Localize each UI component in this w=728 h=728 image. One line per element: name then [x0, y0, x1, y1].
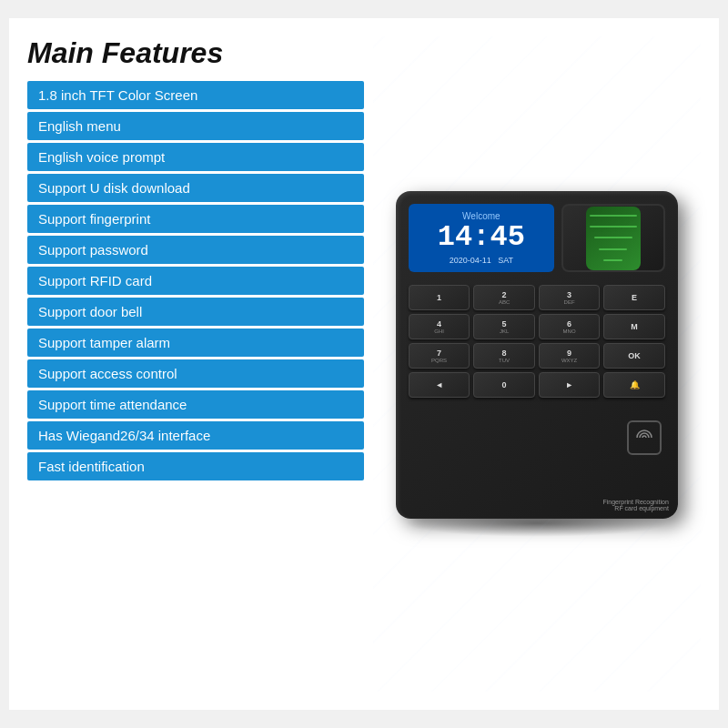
- key-8[interactable]: 7PQRS: [409, 343, 470, 369]
- device-top: Welcome 14:45 2020-04-11 SAT: [409, 204, 665, 272]
- key-9[interactable]: 8TUV: [473, 343, 535, 369]
- key-13[interactable]: 0: [473, 372, 535, 398]
- key-6[interactable]: 6MNO: [539, 314, 601, 339]
- rfid-icon: [634, 428, 654, 448]
- key-15[interactable]: 🔔: [603, 372, 665, 398]
- feature-item-4: Support fingerprint: [27, 205, 364, 233]
- key-7[interactable]: M: [603, 314, 665, 339]
- feature-item-0: 1.8 inch TFT Color Screen: [27, 81, 364, 109]
- key-2[interactable]: 3DEF: [539, 285, 601, 310]
- page-title: Main Features: [27, 36, 364, 70]
- feature-item-10: Support time attendance: [27, 390, 364, 419]
- feature-item-2: English voice prompt: [27, 143, 364, 171]
- fingerprint-lines: [586, 207, 641, 270]
- key-1[interactable]: 2ABC: [473, 285, 535, 310]
- feature-item-1: English menu: [27, 112, 364, 140]
- device-date: 2020-04-11 SAT: [450, 256, 513, 265]
- feature-item-6: Support RFID card: [27, 267, 364, 295]
- feature-item-11: Has Wiegand26/34 interface: [27, 421, 364, 450]
- device-time: 14:45: [438, 223, 525, 252]
- feature-list: 1.8 inch TFT Color ScreenEnglish menuEng…: [27, 81, 364, 480]
- key-0[interactable]: 1: [409, 285, 470, 310]
- feature-item-8: Support tamper alarm: [27, 329, 364, 357]
- key-11[interactable]: OK: [603, 343, 665, 369]
- key-4[interactable]: 4GHI: [409, 314, 470, 339]
- feature-item-3: Support U disk download: [27, 174, 364, 202]
- fingerprint-area: [561, 204, 665, 272]
- key-12[interactable]: ◄: [409, 372, 470, 398]
- feature-item-5: Support password: [27, 236, 364, 264]
- device-label: Fingerprint Recognition RF card equipmen…: [602, 499, 668, 511]
- feature-item-12: Fast identification: [27, 452, 364, 480]
- key-5[interactable]: 5JKL: [473, 314, 535, 339]
- key-10[interactable]: 9WXYZ: [539, 343, 601, 369]
- fingerprint-sensor: [586, 207, 641, 270]
- feature-item-7: Support door bell: [27, 298, 364, 326]
- right-panel: Welcome 14:45 2020-04-11 SAT: [373, 36, 701, 692]
- key-14[interactable]: ►: [539, 372, 601, 398]
- main-container: Main Features 1.8 inch TFT Color ScreenE…: [9, 18, 719, 710]
- key-3[interactable]: E: [603, 285, 665, 310]
- device: Welcome 14:45 2020-04-11 SAT: [396, 191, 678, 519]
- keypad: 12ABC3DEFE4GHI5JKL6MNOM7PQRS8TUV9WXYZOK◄…: [409, 285, 665, 398]
- left-panel: Main Features 1.8 inch TFT Color ScreenE…: [27, 36, 364, 692]
- feature-item-9: Support access control: [27, 359, 364, 388]
- device-screen: Welcome 14:45 2020-04-11 SAT: [409, 204, 554, 272]
- rfid-zone: [627, 420, 662, 455]
